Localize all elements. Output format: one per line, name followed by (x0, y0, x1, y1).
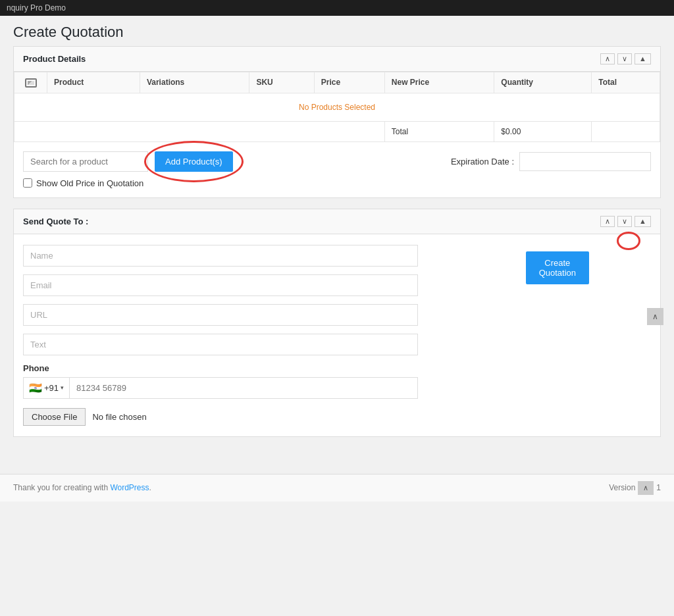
product-details-panel: Product Details ∧ ∨ ▲ Product Variations… (13, 46, 661, 198)
table-col-image (14, 72, 47, 93)
expiration-row: Expiration Date : (451, 152, 651, 171)
send-quote-body: Create Quotation Phone (14, 234, 660, 436)
expiration-label: Expiration Date : (451, 157, 514, 167)
panel-expand-btn[interactable]: ▲ (635, 53, 651, 64)
product-details-controls: ∧ ∨ ▲ (600, 53, 651, 64)
product-table: Product Variations SKU Price New Price Q… (14, 72, 660, 142)
name-input[interactable] (23, 245, 418, 267)
show-old-price-label: Show Old Price in Quotation (36, 178, 143, 188)
top-bar: nquiry Pro Demo (0, 0, 674, 16)
no-file-text: No file chosen (92, 412, 146, 422)
text-input[interactable] (23, 334, 418, 355)
table-col-new-price: New Price (384, 72, 494, 93)
footer-thank-you-text: Thank you for creating with (13, 483, 110, 492)
product-details-body: Add Product(s) Expiration Date : Show Ol… (14, 142, 660, 197)
top-bar-title: nquiry Pro Demo (7, 3, 66, 13)
table-col-variations: Variations (140, 72, 249, 93)
add-products-button[interactable]: Add Product(s) (155, 151, 233, 172)
table-header-row: Product Variations SKU Price New Price Q… (14, 72, 660, 93)
product-actions-row: Add Product(s) Expiration Date : (23, 151, 651, 172)
total-row: Total $0.00 (14, 121, 660, 141)
choose-file-button[interactable]: Choose File (23, 408, 86, 426)
phone-flag-selector[interactable]: 🇮🇳 +91 ▾ (24, 378, 70, 398)
footer-right: Version ∧ 1 (609, 481, 661, 495)
expiration-date-input[interactable] (519, 152, 651, 171)
send-quote-panel: Send Quote To : ∧ ∨ ▲ Create Quotation (13, 209, 661, 437)
send-quote-collapse-down-btn[interactable]: ∨ (617, 216, 632, 227)
footer-version-number: 1 (656, 483, 661, 492)
panel-collapse-down-btn[interactable]: ∨ (617, 53, 632, 64)
send-quote-header: Send Quote To : ∧ ∨ ▲ (14, 209, 660, 234)
footer: Thank you for creating with WordPress. V… (0, 474, 674, 501)
product-search-input[interactable] (23, 151, 148, 172)
footer-scroll-btn[interactable]: ∧ (638, 481, 654, 495)
table-col-product: Product (47, 72, 140, 93)
image-icon (25, 78, 37, 88)
phone-dropdown-arrow-icon: ▾ (61, 384, 64, 391)
page-title: Create Quotation (13, 24, 661, 41)
phone-field-group: Phone 🇮🇳 +91 ▾ (23, 363, 651, 399)
total-label: Total (384, 121, 494, 141)
phone-code: +91 (44, 383, 59, 393)
show-old-price-row: Show Old Price in Quotation (23, 178, 651, 188)
panel-collapse-up-btn[interactable]: ∧ (600, 53, 615, 64)
page-title-area: Create Quotation (0, 16, 674, 46)
show-old-price-checkbox[interactable] (23, 178, 32, 188)
product-details-title: Product Details (23, 54, 86, 64)
table-col-quantity: Quantity (494, 72, 592, 93)
file-input-row: Choose File No file chosen (23, 408, 651, 426)
table-col-total: Total (592, 72, 660, 93)
total-row-last (592, 121, 660, 141)
phone-number-input[interactable] (70, 378, 417, 398)
phone-label: Phone (23, 363, 651, 373)
create-quotation-button[interactable]: Create Quotation (526, 251, 589, 284)
table-col-sku: SKU (249, 72, 314, 93)
total-value: $0.00 (494, 121, 592, 141)
product-details-header: Product Details ∧ ∨ ▲ (14, 47, 660, 72)
flag-emoji: 🇮🇳 (29, 382, 42, 394)
table-col-price: Price (314, 72, 384, 93)
main-content: Product Details ∧ ∨ ▲ Product Variations… (0, 46, 674, 461)
search-and-add: Add Product(s) (23, 151, 233, 172)
footer-thank-you: Thank you for creating with WordPress. (13, 483, 151, 492)
text-field-group (23, 334, 651, 355)
total-row-empty (14, 121, 385, 141)
url-field-group (23, 304, 651, 326)
no-products-row: No Products Selected (14, 93, 660, 121)
email-input[interactable] (23, 274, 418, 296)
url-input[interactable] (23, 304, 418, 326)
send-quote-collapse-up-btn[interactable]: ∧ (600, 216, 615, 227)
no-products-text: No Products Selected (14, 93, 660, 121)
send-quote-expand-btn[interactable]: ▲ (635, 216, 651, 227)
add-products-highlight: Add Product(s) (155, 151, 233, 172)
send-quote-title: Send Quote To : (23, 217, 88, 226)
phone-input-wrap: 🇮🇳 +91 ▾ (23, 377, 418, 399)
scroll-up-button[interactable]: ∧ (647, 308, 663, 325)
footer-wordpress-link[interactable]: WordPress (110, 483, 149, 492)
footer-version: Version (609, 483, 635, 492)
send-quote-controls: ∧ ∨ ▲ (600, 216, 651, 227)
